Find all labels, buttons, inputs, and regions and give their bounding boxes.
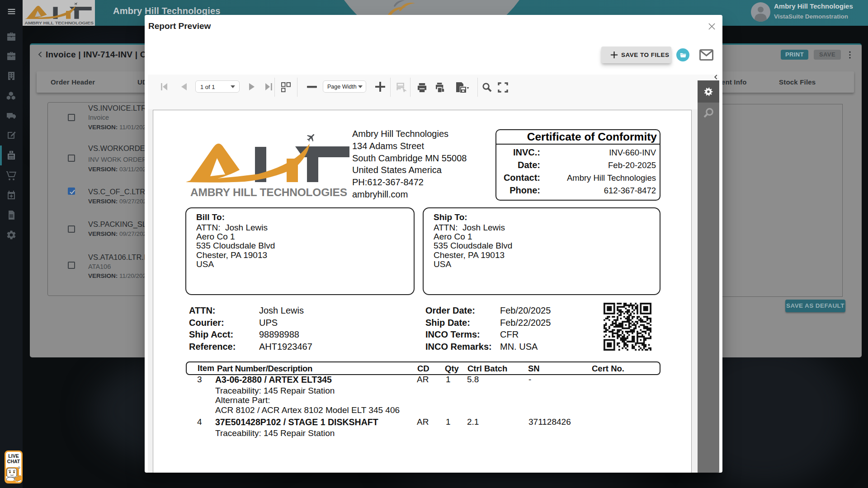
- svg-text:AMBRY HILL TECHNOLOGIES: AMBRY HILL TECHNOLOGIES: [190, 186, 347, 198]
- svg-text:AMBRY HILL TECHNOLOGIES: AMBRY HILL TECHNOLOGIES: [24, 21, 94, 25]
